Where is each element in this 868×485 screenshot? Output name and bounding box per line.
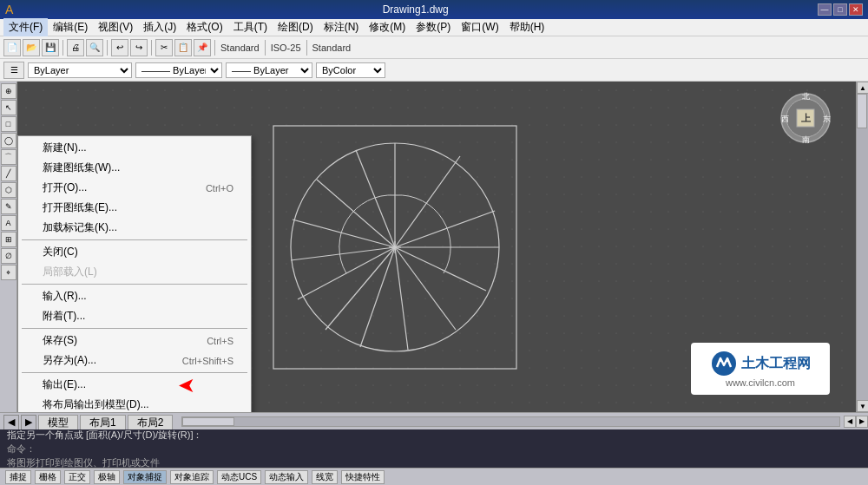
left-btn-2[interactable]: ↖ (1, 100, 16, 115)
menu-edit[interactable]: 编辑(E) (48, 18, 93, 36)
save-button[interactable]: 💾 (42, 39, 59, 56)
menu-export-layout[interactable]: 将布局输出到模型(D)... (18, 395, 251, 412)
vertical-scrollbar[interactable]: ▲ ▼ (856, 82, 868, 412)
open-button[interactable]: 📂 (23, 39, 40, 56)
menu-format[interactable]: 格式(O) (181, 18, 227, 36)
menu-window[interactable]: 窗口(W) (456, 18, 503, 36)
menu-params[interactable]: 参数(P) (411, 18, 456, 36)
svg-line-14 (291, 247, 395, 260)
toolbar-row-2: ☰ ByLayer ——— ByLayer —— ByLayer ByColor (0, 59, 868, 82)
separator-3 (151, 40, 152, 56)
left-btn-10[interactable]: ⊞ (1, 232, 16, 247)
lineweight-select[interactable]: ByColor (316, 62, 385, 78)
cut-button[interactable]: ✂ (155, 39, 173, 56)
menu-import-label: 输入(R)... (43, 289, 87, 304)
copy-button[interactable]: 📋 (174, 39, 192, 56)
menu-save-shortcut: Ctrl+S (207, 336, 233, 346)
layer-select[interactable]: ByLayer (28, 62, 132, 78)
scroll-thumb[interactable] (857, 94, 867, 128)
drawing-canvas-area[interactable]: 上 北 南 东 西 土木工程网 www.civilcn.com (17, 82, 856, 412)
ducs-button[interactable]: 动态UCS (217, 470, 261, 484)
menu-export[interactable]: 输出(E)... (18, 375, 251, 395)
menu-load-markup-label: 加载标记集(K)... (43, 220, 117, 235)
menu-import[interactable]: 输入(R)... (18, 286, 251, 306)
color-select[interactable]: ——— ByLayer (135, 62, 222, 78)
h-scroll-right[interactable]: ▶ (856, 416, 868, 428)
print-button[interactable]: 🖨 (67, 39, 84, 56)
compass: 上 北 南 东 西 (778, 90, 830, 142)
menu-load-markup[interactable]: 加载标记集(K)... (18, 218, 251, 238)
scroll-up-button[interactable]: ▲ (857, 82, 868, 94)
new-button[interactable]: 📄 (3, 39, 21, 56)
left-btn-7[interactable]: ⬡ (1, 182, 16, 198)
left-btn-5[interactable]: ⌒ (1, 149, 16, 165)
otrack-button[interactable]: 对象追踪 (170, 470, 214, 484)
menu-insert[interactable]: 插入(J) (138, 18, 181, 36)
app-icon: A (5, 3, 13, 16)
undo-button[interactable]: ↩ (111, 39, 128, 56)
left-btn-1[interactable]: ⊕ (1, 83, 16, 99)
menu-new-sheet-label: 新建图纸集(W)... (43, 161, 120, 175)
menu-view[interactable]: 视图(V) (93, 18, 138, 36)
window-controls: — □ ✕ (818, 3, 863, 16)
minimize-button[interactable]: — (818, 3, 832, 16)
horizontal-scrollbar-thumb[interactable] (182, 417, 234, 426)
menu-attach[interactable]: 附着(T)... (18, 306, 251, 326)
redo-button[interactable]: ↪ (130, 39, 148, 56)
status-line-1: 指定另一个角点或 [面积(A)/尺寸(D)/旋转(R)]： (7, 429, 861, 442)
bottom-status-bar: 捕捉 栅格 正交 极轴 对象捕捉 对象追踪 动态UCS 动态输入 线宽 快捷特性 (0, 468, 868, 485)
close-button[interactable]: ✕ (849, 3, 863, 16)
horizontal-scrollbar-track[interactable] (181, 416, 840, 427)
menu-open-sheet[interactable]: 打开图纸集(E)... (18, 198, 251, 218)
linetype-select[interactable]: —— ByLayer (226, 62, 312, 78)
menu-open-sheet-label: 打开图纸集(E)... (43, 200, 117, 215)
snap-button[interactable]: 捕捉 (5, 470, 31, 484)
left-btn-8[interactable]: ✎ (1, 199, 16, 214)
left-btn-3[interactable]: □ (1, 116, 16, 132)
layer-btn[interactable]: ☰ (3, 62, 24, 79)
grid-button[interactable]: 栅格 (35, 470, 61, 484)
menu-draw[interactable]: 绘图(D) (273, 18, 319, 36)
menu-tools[interactable]: 工具(T) (228, 18, 273, 36)
menu-saveas[interactable]: 另存为(A)... Ctrl+Shift+S (18, 351, 251, 370)
osnap-button[interactable]: 对象捕捉 (123, 470, 167, 484)
file-dropdown-menu: 新建(N)... 新建图纸集(W)... 打开(O)... Ctrl+O 打开图… (17, 135, 252, 412)
left-btn-6[interactable]: ╱ (1, 166, 16, 181)
polar-button[interactable]: 极轴 (94, 470, 120, 484)
ortho-button[interactable]: 正交 (64, 470, 90, 484)
menu-save[interactable]: 保存(S) Ctrl+S (18, 331, 251, 351)
lweight-button[interactable]: 线宽 (312, 470, 338, 484)
watermark-logo-icon (710, 350, 738, 377)
menu-file[interactable]: 文件(F) (3, 18, 48, 36)
dynmode-button[interactable]: 动态输入 (265, 470, 308, 484)
left-btn-4[interactable]: ◯ (1, 133, 16, 148)
menu-modify[interactable]: 修改(M) (364, 18, 411, 36)
watermark-brand-text: 土木工程网 (741, 355, 811, 373)
qp-button[interactable]: 快捷特性 (341, 470, 385, 484)
menu-open[interactable]: 打开(O)... Ctrl+O (18, 178, 251, 198)
preview-button[interactable]: 🔍 (86, 39, 103, 56)
separator-4 (214, 40, 215, 56)
maximize-button[interactable]: □ (833, 3, 847, 16)
left-btn-12[interactable]: ⌖ (1, 265, 16, 280)
left-btn-11[interactable]: ∅ (1, 248, 16, 264)
menu-close[interactable]: 关闭(C) (18, 242, 251, 262)
std-label: Standard (311, 43, 353, 53)
menu-help[interactable]: 帮助(H) (504, 18, 550, 36)
red-arrow-indicator: ➤ (178, 373, 195, 397)
watermark-url-text: www.civilcn.com (726, 377, 795, 388)
menu-new[interactable]: 新建(N)... (18, 138, 251, 158)
command-input-row: 命令： (7, 442, 861, 456)
menu-save-label: 保存(S) (43, 333, 207, 348)
left-btn-9[interactable]: A (1, 215, 16, 231)
toolbar-row-1: 📄 📂 💾 🖨 🔍 ↩ ↪ ✂ 📋 📌 Standard ISO-25 Stan… (0, 36, 868, 59)
scroll-down-button[interactable]: ▼ (857, 400, 868, 412)
menu-dimension[interactable]: 标注(N) (319, 18, 365, 36)
h-scroll-left[interactable]: ◀ (844, 416, 856, 428)
menu-new-sheet[interactable]: 新建图纸集(W)... (18, 158, 251, 178)
menu-partial-load[interactable]: 局部载入(L) (18, 262, 251, 282)
scroll-track[interactable] (857, 94, 868, 400)
paste-button[interactable]: 📌 (194, 39, 211, 56)
compass-east: 东 (823, 115, 831, 123)
tab-bar: ◀ ▶ 模型 布局1 布局2 (0, 413, 178, 430)
